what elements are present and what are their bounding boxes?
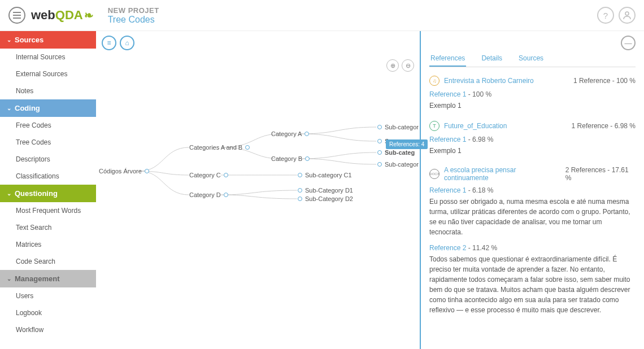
nav-item-code-search[interactable]: Code Search	[0, 253, 96, 270]
nav-item-classifications[interactable]: Classifications	[0, 168, 96, 185]
ref-text: Eu posso ser obrigado a, numa mesma esco…	[429, 197, 636, 237]
tree-node-root[interactable]: Códigos Árvore	[99, 168, 149, 174]
reference-source: T Future_of_Education 1 Reference - 6.98…	[429, 121, 636, 156]
nav-item-logbook[interactable]: Logbook	[0, 304, 96, 321]
tree-node[interactable]: Category B	[271, 155, 310, 162]
audio-icon: ♫	[429, 76, 440, 86]
nav-item-users[interactable]: Users	[0, 287, 96, 304]
app-header: webQDA❧ NEW PROJET Tree Codes ?	[0, 0, 644, 31]
nav-item-external-sources[interactable]: External Sources	[0, 66, 96, 82]
references-panel: — References Details Sources ♫ Entrevist…	[421, 31, 644, 349]
svg-point-0	[625, 12, 629, 15]
source-title[interactable]: Future_of_Education	[444, 122, 507, 130]
breadcrumb: Tree Codes	[108, 15, 597, 25]
zoom-out-icon[interactable]: ⊖	[402, 59, 414, 72]
source-meta: 1 Reference - 100 %	[573, 77, 636, 85]
nav-item-text-search[interactable]: Text Search	[0, 219, 96, 236]
source-meta: 2 References - 17.61 %	[565, 166, 636, 182]
leaf-icon: ❧	[84, 8, 94, 22]
nav-item-free-codes[interactable]: Free Codes	[0, 117, 96, 134]
tree-node[interactable]: Sub-categor	[377, 124, 419, 130]
sidebar: ⌄Sources Internal Sources External Sourc…	[0, 31, 96, 349]
nav-item-tree-codes[interactable]: Tree Codes	[0, 134, 96, 151]
docx-icon: DOCX	[429, 169, 440, 179]
tree-node-selected[interactable]: Sub-categ	[377, 149, 415, 156]
ref-label[interactable]: Reference 1	[429, 186, 466, 194]
user-icon[interactable]	[619, 7, 636, 24]
ref-text: Exemplo 1	[429, 146, 636, 156]
tree-view-icon[interactable]: ⌂	[120, 36, 134, 50]
list-view-icon[interactable]: ≡	[102, 36, 116, 50]
app-logo[interactable]: webQDA❧	[31, 8, 94, 23]
reference-source: DOCX A escola precisa pensar continuamen…	[429, 166, 636, 315]
menu-icon[interactable]	[8, 7, 25, 24]
nav-item-most-frequent-words[interactable]: Most Frequent Words	[0, 202, 96, 219]
tree-canvas[interactable]: ≡ ⌂ ⊕ ⊖ Códigos Árvore Ca	[96, 31, 421, 349]
nav-item-internal-sources[interactable]: Internal Sources	[0, 49, 96, 66]
tree-node[interactable]: Sub-category C1	[298, 172, 352, 178]
ref-text: Todos sabemos que questionar é extraordi…	[429, 254, 636, 315]
source-title[interactable]: Entrevista a Roberto Carneiro	[444, 77, 534, 85]
tab-sources[interactable]: Sources	[517, 51, 545, 67]
nav-item-notes[interactable]: Notes	[0, 82, 96, 99]
header-titles: NEW PROJET Tree Codes	[108, 6, 597, 25]
source-title[interactable]: A escola precisa pensar continuamente	[444, 166, 561, 182]
tab-references[interactable]: References	[429, 51, 466, 67]
source-meta: 1 Reference - 6.98 %	[572, 122, 636, 130]
nav-item-descriptors[interactable]: Descriptors	[0, 151, 96, 168]
nav-item-workflow[interactable]: Workflow	[0, 321, 96, 338]
tree-node[interactable]: Category D	[189, 191, 228, 198]
tree-node[interactable]: Sub-Category D1	[298, 187, 353, 194]
tree-node[interactable]: Sub-Category D2	[298, 195, 353, 202]
tree-node[interactable]: Category A	[271, 130, 309, 137]
text-icon: T	[429, 121, 440, 131]
nav-section-management[interactable]: ⌄Management	[0, 270, 96, 287]
ref-label[interactable]: Reference 2	[429, 244, 466, 252]
tab-details[interactable]: Details	[480, 51, 503, 67]
panel-tabs: References Details Sources	[429, 51, 636, 67]
logo-web: web	[31, 8, 55, 23]
reference-source: ♫ Entrevista a Roberto Carneiro 1 Refere…	[429, 76, 636, 111]
nav-section-sources[interactable]: ⌄Sources	[0, 31, 96, 49]
help-icon[interactable]: ?	[597, 7, 614, 24]
nav-section-questioning[interactable]: ⌄Questioning	[0, 185, 96, 202]
zoom-in-icon[interactable]: ⊕	[386, 59, 399, 72]
ref-text: Exemplo 1	[429, 101, 636, 111]
ref-label[interactable]: Reference 1	[429, 136, 466, 143]
tree-node[interactable]: Category C	[189, 172, 228, 178]
tree-node[interactable]: Sub-categor	[377, 161, 419, 168]
collapse-icon[interactable]: —	[621, 36, 636, 50]
project-name: NEW PROJET	[108, 6, 597, 15]
tree-node[interactable]: Categories A and B	[189, 144, 250, 151]
logo-qda: QDA	[55, 8, 83, 23]
nav-section-coding[interactable]: ⌄Coding	[0, 99, 96, 117]
ref-label[interactable]: Reference 1	[429, 90, 466, 98]
nav-item-matrices[interactable]: Matrices	[0, 236, 96, 253]
